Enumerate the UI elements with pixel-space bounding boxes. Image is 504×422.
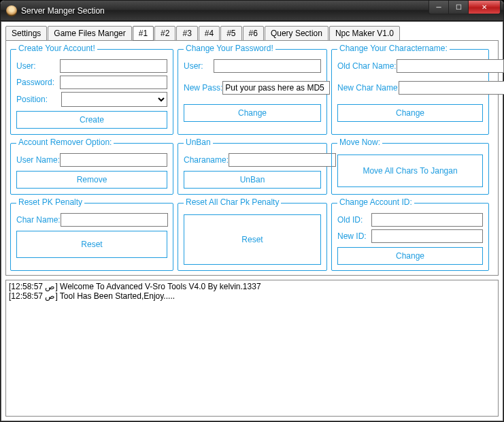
label-user: User: <box>16 61 60 71</box>
tabstrip: Settings Game Files Manger #1 #2 #3 #4 #… <box>5 26 499 41</box>
tab-3[interactable]: #3 <box>176 26 197 41</box>
label-charname: Char Name: <box>16 215 61 225</box>
groups-grid: Create Your Account! User: Password: Pos… <box>10 45 494 271</box>
group-title: Change Your Charactername: <box>337 44 450 53</box>
group-title: Account Remover Option: <box>16 137 114 147</box>
app-window: Server Manger Section ─ ☐ ✕ Settings Gam… <box>0 0 504 422</box>
create-position-combo[interactable] <box>61 92 167 107</box>
unban-charaname-input[interactable] <box>229 153 336 167</box>
move-all-button[interactable]: Move All Chars To Jangan <box>337 155 483 187</box>
resetall-button[interactable]: Reset <box>184 214 321 265</box>
charname-change-button[interactable]: Change <box>337 104 483 122</box>
group-move-now: Move Now: Move All Chars To Jangan <box>331 143 489 195</box>
label-old-id: Old ID: <box>337 215 371 225</box>
group-change-password: Change Your Password! User: New Pass: Ch… <box>178 49 327 135</box>
app-icon <box>6 5 17 16</box>
label-user: User: <box>184 61 214 71</box>
create-password-input[interactable] <box>60 76 167 89</box>
tab-6[interactable]: #6 <box>243 26 264 41</box>
maximize-button[interactable]: ☐ <box>448 1 469 14</box>
group-title: UnBan <box>184 137 213 147</box>
label-new-char: New Char Name: <box>337 83 399 93</box>
unban-button[interactable]: UnBan <box>184 171 321 189</box>
group-reset-pk: Reset PK Penalty Char Name: Reset <box>10 203 173 271</box>
log-output[interactable]: [12:58:57 ص] Welcome To Advanced V-Sro T… <box>5 280 499 417</box>
create-button[interactable]: Create <box>16 111 167 129</box>
group-unban: UnBan Charaname: UnBan <box>178 143 327 195</box>
close-button[interactable]: ✕ <box>468 1 501 14</box>
tab-game-files-manger[interactable]: Game Files Manger <box>48 26 131 41</box>
changepw-user-input[interactable] <box>214 59 321 73</box>
label-charaname: Charaname: <box>184 155 229 165</box>
group-account-remover: Account Remover Option: User Name: Remov… <box>10 143 173 195</box>
tab-npc-maker[interactable]: Npc Maker V1.0 <box>329 26 400 41</box>
create-user-input[interactable] <box>60 59 167 73</box>
group-title: Reset PK Penalty <box>16 197 84 207</box>
tab-panel: Create Your Account! User: Password: Pos… <box>5 40 499 276</box>
remove-button[interactable]: Remove <box>16 171 167 189</box>
charname-new-input[interactable] <box>399 81 504 95</box>
tab-1[interactable]: #1 <box>133 26 154 41</box>
label-old-char: Old Char Name: <box>337 61 397 71</box>
group-title: Change Your Password! <box>184 44 275 53</box>
group-reset-all-pk: Reset All Char Pk Penalty Reset <box>178 203 327 271</box>
tab-2[interactable]: #2 <box>154 26 175 41</box>
group-create-account: Create Your Account! User: Password: Pos… <box>10 49 173 135</box>
client-area: Settings Game Files Manger #1 #2 #3 #4 #… <box>1 21 503 421</box>
accountid-change-button[interactable]: Change <box>337 247 483 265</box>
group-change-charname: Change Your Charactername: Old Char Name… <box>331 49 489 135</box>
group-title: Reset All Char Pk Penalty <box>184 197 281 207</box>
tab-5[interactable]: #5 <box>220 26 241 41</box>
changepw-newpass-input[interactable] <box>222 81 330 95</box>
group-title: Move Now: <box>337 137 382 147</box>
label-username: User Name: <box>16 155 60 165</box>
label-password: Password: <box>16 78 60 87</box>
resetpk-button[interactable]: Reset <box>16 231 167 258</box>
tab-query-section[interactable]: Query Section <box>265 26 329 41</box>
tab-settings[interactable]: Settings <box>5 26 47 41</box>
group-change-account-id: Change Account ID: Old ID: New ID: Chang… <box>331 203 489 271</box>
charname-old-input[interactable] <box>397 59 504 73</box>
label-new-pass: New Pass: <box>184 83 222 93</box>
titlebar: Server Manger Section ─ ☐ ✕ <box>1 1 503 21</box>
accountid-old-input[interactable] <box>371 213 483 227</box>
resetpk-charname-input[interactable] <box>61 213 168 227</box>
group-title: Change Account ID: <box>337 197 414 207</box>
group-title: Create Your Account! <box>16 44 97 53</box>
minimize-button[interactable]: ─ <box>429 1 449 14</box>
changepw-button[interactable]: Change <box>184 104 321 122</box>
accountid-new-input[interactable] <box>371 229 483 243</box>
window-controls: ─ ☐ ✕ <box>429 1 501 14</box>
remover-username-input[interactable] <box>60 153 167 167</box>
window-title: Server Manger Section <box>21 6 105 16</box>
label-new-id: New ID: <box>337 231 371 241</box>
label-position: Position: <box>16 95 61 104</box>
tab-4[interactable]: #4 <box>199 26 220 41</box>
